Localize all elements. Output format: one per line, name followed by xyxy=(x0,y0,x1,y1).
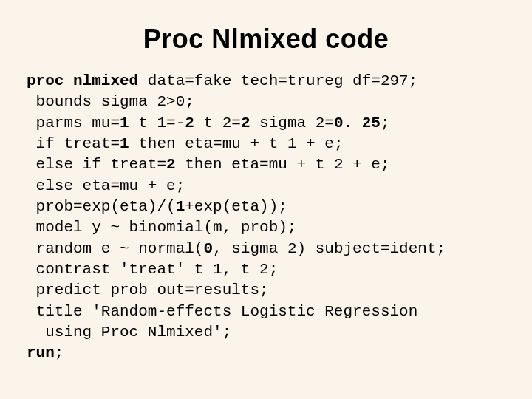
code-l3a: parms mu= xyxy=(27,115,120,132)
code-l9b: 0 xyxy=(203,240,213,257)
code-l5c: then eta=mu + t 2 + e; xyxy=(176,156,390,173)
code-run-semi: ; xyxy=(55,344,64,361)
code-l3c: t 1=- xyxy=(129,115,185,132)
code-l3i: ; xyxy=(381,115,390,132)
code-l3e: t 2= xyxy=(194,115,241,132)
code-l6: else eta=mu + e; xyxy=(27,177,185,194)
code-block: proc nlmixed data=fake tech=trureg df=29… xyxy=(27,71,505,364)
code-l3h: 0. 25 xyxy=(334,115,381,132)
code-l12b: using Proc Nlmixed'; xyxy=(27,324,231,341)
code-l3b: 1 xyxy=(120,115,129,132)
code-l8: model y ~ binomial(m, prob); xyxy=(27,219,296,236)
code-l4b: 1 xyxy=(120,135,129,152)
code-l1-rest: data=fake tech=trureg df=297; xyxy=(138,72,417,89)
kw-proc-nlmixed: proc nlmixed xyxy=(27,72,138,89)
code-l3d: 2 xyxy=(185,115,194,132)
code-l7c: +exp(eta)); xyxy=(185,198,287,215)
code-l9c: , sigma 2) subject=ident; xyxy=(213,240,446,257)
code-l4c: then eta=mu + t 1 + e; xyxy=(129,135,344,152)
code-l11: predict prob out=results; xyxy=(27,282,269,299)
code-l3g: sigma 2= xyxy=(250,115,334,132)
code-l2: bounds sigma 2>0; xyxy=(27,93,194,110)
slide-title: Proc Nlmixed code xyxy=(27,24,505,55)
slide: Proc Nlmixed code proc nlmixed data=fake… xyxy=(0,0,532,399)
code-l12a: title 'Random-effects Logistic Regressio… xyxy=(27,303,417,320)
code-l5b: 2 xyxy=(166,156,176,173)
code-l3f: 2 xyxy=(241,115,250,132)
code-l7a: prob=exp(eta)/( xyxy=(27,198,176,215)
kw-run: run xyxy=(27,344,55,361)
code-l4a: if treat= xyxy=(27,135,120,152)
code-l7b: 1 xyxy=(176,198,185,215)
code-l10: contrast 'treat' t 1, t 2; xyxy=(27,261,278,278)
code-l5a: else if treat= xyxy=(27,156,166,173)
code-l9a: random e ~ normal( xyxy=(27,240,203,257)
